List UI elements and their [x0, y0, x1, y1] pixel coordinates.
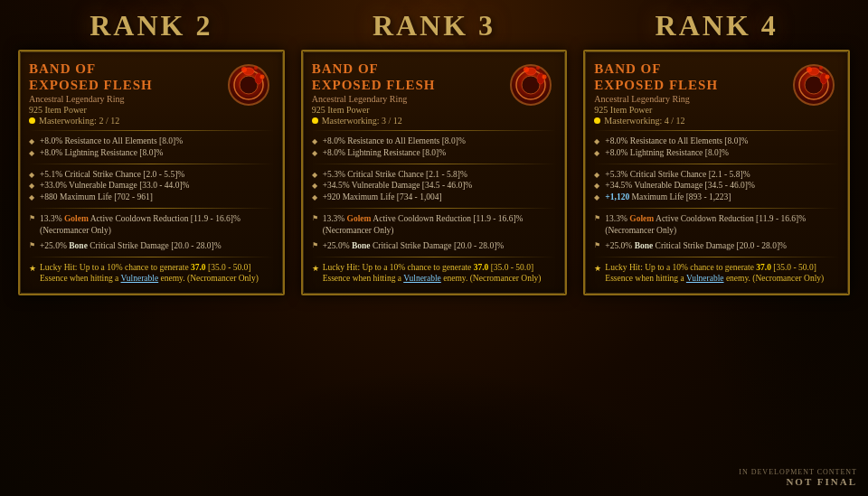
diamond-icon: ◆ [594, 137, 599, 147]
rank-3-title-section: Band of Exposed Flesh Ancestral Legendar… [312, 61, 502, 126]
star-icon: ★ [312, 263, 319, 274]
star-icon: ★ [29, 263, 36, 274]
rank-4-divider-2 [594, 164, 839, 164]
rank-3-lucky-section: ★ Lucky Hit: Up to a 10% chance to gener… [312, 262, 557, 285]
rank-3-divider-1 [312, 130, 557, 131]
rank-4-stats-group4: ⚑ +25.0% Bone Critical Strike Damage [20… [594, 240, 839, 252]
diamond-icon: ◆ [594, 171, 599, 181]
main-content: Rank 2 Band of Exposed Flesh Ancestral L… [0, 0, 868, 496]
rank-4-masterworking: Masterworking: 4 / 12 [594, 116, 784, 126]
rank-4-lucky-hit: ★ Lucky Hit: Up to a 10% chance to gener… [594, 262, 839, 285]
rank-4-stat-1: ◆ +8.0% Resistance to All Elements [8.0]… [594, 136, 839, 147]
rank-3-card-header: Band of Exposed Flesh Ancestral Legendar… [312, 61, 557, 126]
rank-4-subtitle: Ancestral Legendary Ring [594, 94, 784, 104]
rank-4-stat-6: ⚑ 13.3% Golem Active Cooldown Reduction … [594, 213, 839, 237]
rank-4-divider-1 [594, 130, 839, 131]
flag-icon: ⚑ [594, 241, 600, 251]
svg-point-21 [807, 67, 812, 72]
svg-point-7 [259, 75, 264, 80]
rank-2-divider-4 [29, 257, 274, 257]
rank-2-masterworking: Masterworking: 2 / 12 [29, 116, 219, 126]
rank-2-stat-6: ⚑ 13.3% Golem Active Cooldown Reduction … [29, 213, 274, 237]
svg-point-5 [241, 67, 247, 72]
rank-2-lucky-section: ★ Lucky Hit: Up to a 10% chance to gener… [29, 262, 274, 285]
diamond-icon: ◆ [29, 182, 34, 192]
rank-2-stats-group3: ⚑ 13.3% Golem Active Cooldown Reduction … [29, 213, 274, 237]
rank-4-stat-4: ◆ +34.5% Vulnerable Damage [34.5 - 46.0]… [594, 180, 839, 192]
rank-4-lucky-section: ★ Lucky Hit: Up to a 10% chance to gener… [594, 262, 839, 285]
diamond-icon: ◆ [594, 149, 599, 159]
rank-3-stat-7: ⚑ +25.0% Bone Critical Strike Damage [20… [312, 240, 557, 252]
rank-2-ring-icon [224, 61, 274, 110]
svg-point-23 [826, 75, 830, 80]
diamond-icon: ◆ [312, 137, 317, 147]
mw-dot-icon [594, 117, 600, 124]
rank-4-card-header: Band of Exposed Flesh Ancestral Legendar… [594, 61, 839, 126]
rank-2-stat-2: ◆ +8.0% Lightning Resistance [8.0]% [29, 147, 274, 159]
diamond-icon: ◆ [29, 171, 34, 181]
diamond-icon: ◆ [29, 137, 34, 147]
rank-4-stat-5: ◆ +1,120 Maximum Life [893 - 1,223] [594, 192, 839, 203]
flag-icon: ⚑ [29, 241, 35, 251]
flag-icon: ⚑ [312, 241, 318, 251]
rank-3-item-power: 925 Item Power [312, 105, 502, 115]
rank-4-title-section: Band of Exposed Flesh Ancestral Legendar… [594, 61, 784, 126]
diamond-icon: ◆ [312, 193, 317, 203]
rank-4-ring-icon [789, 61, 839, 110]
rank-4-item-title: Band of Exposed Flesh [594, 61, 784, 93]
rank-3-divider-2 [312, 164, 557, 164]
watermark: In Development Content Not Final [739, 468, 857, 487]
flag-icon: ⚑ [312, 214, 318, 224]
rank-4-stats-group3: ⚑ 13.3% Golem Active Cooldown Reduction … [594, 213, 839, 237]
rank-2-title: Rank 2 [90, 9, 212, 42]
watermark-line1: In Development Content [739, 468, 857, 476]
rank-2-stats-group1: ◆ +8.0% Resistance to All Elements [8.0]… [29, 136, 274, 159]
rank-2-stat-5: ◆ +880 Maximum Life [702 - 961] [29, 192, 274, 203]
rank-3-stats-group3: ⚑ 13.3% Golem Active Cooldown Reduction … [312, 213, 557, 237]
mw-dot-icon [29, 117, 35, 124]
rank-4-divider-3 [594, 208, 839, 209]
rank-3-stat-2: ◆ +8.0% Lightning Resistance [8.0]% [312, 147, 557, 159]
rank-4-stat-2: ◆ +8.0% Lightning Resistance [8.0]% [594, 147, 839, 159]
rank-3-divider-4 [312, 257, 557, 257]
rank-2-stats-group2: ◆ +5.1% Critical Strike Chance [2.0 - 5.… [29, 169, 274, 203]
diamond-icon: ◆ [594, 193, 599, 203]
rank-4-title: Rank 4 [656, 9, 778, 42]
mw-dot-icon [312, 117, 318, 124]
rank-3-stats-group1: ◆ +8.0% Resistance to All Elements [8.0]… [312, 136, 557, 159]
diamond-icon: ◆ [29, 149, 34, 159]
star-icon: ★ [594, 263, 601, 274]
rank-3-stats-group2: ◆ +5.3% Critical Strike Chance [2.1 - 5.… [312, 169, 557, 203]
diamond-icon: ◆ [312, 149, 317, 159]
rank-2-stat-1: ◆ +8.0% Resistance to All Elements [8.0]… [29, 136, 274, 147]
svg-point-6 [254, 66, 258, 70]
rank-3-stat-1: ◆ +8.0% Resistance to All Elements [8.0]… [312, 136, 557, 147]
rank-3-divider-3 [312, 208, 557, 209]
rank-4-stat-7: ⚑ +25.0% Bone Critical Strike Damage [20… [594, 240, 839, 252]
rank-4-column: Rank 4 Band of Exposed Flesh Ancestral L… [583, 9, 850, 295]
rank-2-column: Rank 2 Band of Exposed Flesh Ancestral L… [18, 9, 285, 295]
rank-2-divider-2 [29, 164, 274, 164]
rank-4-stats-group1: ◆ +8.0% Resistance to All Elements [8.0]… [594, 136, 839, 159]
rank-3-masterworking: Masterworking: 3 / 12 [312, 116, 502, 126]
diamond-icon: ◆ [594, 182, 599, 192]
rank-4-stat-3: ◆ +5.3% Critical Strike Chance [2.1 - 5.… [594, 169, 839, 181]
rank-2-stat-3: ◆ +5.1% Critical Strike Chance [2.0 - 5.… [29, 169, 274, 181]
flag-icon: ⚑ [594, 214, 600, 224]
rank-3-title: Rank 3 [373, 9, 495, 42]
rank-2-subtitle: Ancestral Legendary Ring [29, 94, 219, 104]
rank-4-divider-4 [594, 257, 839, 257]
rank-3-stats-group4: ⚑ +25.0% Bone Critical Strike Damage [20… [312, 240, 557, 252]
flag-icon: ⚑ [29, 214, 35, 224]
rank-2-stats-group4: ⚑ +25.0% Bone Critical Strike Damage [20… [29, 240, 274, 252]
rank-3-lucky-hit: ★ Lucky Hit: Up to a 10% chance to gener… [312, 262, 557, 285]
rank-2-title-section: Band of Exposed Flesh Ancestral Legendar… [29, 61, 219, 126]
rank-3-subtitle: Ancestral Legendary Ring [312, 94, 502, 104]
rank-2-divider-1 [29, 130, 274, 131]
rank-4-item-power: 925 Item Power [594, 105, 784, 115]
svg-point-13 [524, 67, 529, 72]
svg-point-22 [819, 66, 823, 70]
rank-4-card: Band of Exposed Flesh Ancestral Legendar… [583, 50, 850, 295]
rank-2-card-header: Band of Exposed Flesh Ancestral Legendar… [29, 61, 274, 126]
ranks-row: Rank 2 Band of Exposed Flesh Ancestral L… [18, 9, 850, 295]
